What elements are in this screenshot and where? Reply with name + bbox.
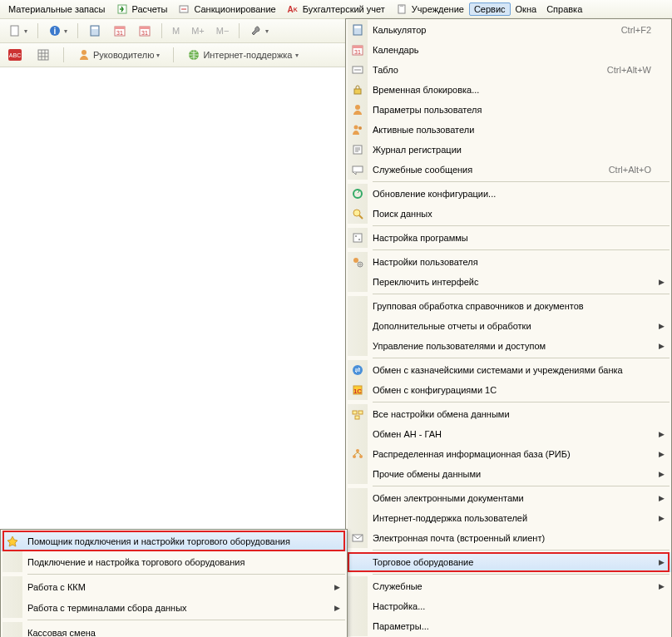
svg-text:31: 31	[354, 49, 361, 55]
service-item-label-17: Групповая обработка справочников и докум…	[373, 301, 656, 311]
trade-item-label-0: Помощник подключения и настройки торгово…	[27, 536, 332, 546]
blank-icon	[348, 296, 368, 316]
wizard-icon	[2, 531, 22, 551]
service-item-15[interactable]: Переключить интерфейс▶	[346, 272, 671, 292]
m-plus-button[interactable]: M+	[188, 24, 208, 37]
menu-windows[interactable]: Окна	[511, 2, 542, 16]
service-item-26[interactable]: Распределенная информационная база (РИБ)…	[346, 444, 671, 464]
svg-rect-29	[353, 166, 363, 172]
ruk-button[interactable]: Руководителю ▾	[74, 47, 163, 63]
tablo-icon	[348, 60, 368, 80]
service-item-label-25: Обмен АН - ГАН	[373, 429, 656, 439]
blank-icon	[348, 596, 368, 616]
service-item-33[interactable]: Торговое оборудование▶	[346, 552, 671, 572]
svg-point-30	[353, 190, 362, 198]
trade-item-1[interactable]: Подключение и настройка торгового оборуд…	[1, 551, 347, 572]
svg-text:1C: 1C	[353, 388, 362, 395]
service-item-label-10: Поиск данных	[373, 209, 656, 219]
service-item-22[interactable]: 1CОбмен с конфигурациями 1С	[346, 380, 671, 400]
info-button[interactable]: i ▾	[45, 22, 71, 39]
svg-rect-3	[400, 4, 403, 7]
menu-accounting[interactable]: AK Бухгалтерский учет	[281, 1, 390, 17]
service-item-10[interactable]: Поиск данных	[346, 204, 671, 224]
service-item-3[interactable]: Временная блокировка...	[346, 80, 671, 100]
menu-sanction[interactable]: Санкционирование	[172, 1, 280, 17]
clipboard-icon	[395, 2, 408, 16]
abc-icon: ABC	[8, 49, 22, 61]
trade-item-label-4: Работа с терминалами сбора данных	[27, 603, 332, 613]
service-item-12[interactable]: Настройка программы	[346, 228, 671, 248]
service-item-label-37: Параметры...	[373, 621, 656, 631]
service-item-label-3: Временная блокировка...	[373, 85, 656, 95]
submenu-arrow-icon: ▶	[656, 558, 665, 566]
service-item-6[interactable]: Журнал регистрации	[346, 140, 671, 160]
menu-org[interactable]: Учреждение	[390, 1, 469, 17]
inet-label: Интернет-поддержка	[203, 50, 292, 60]
abc-button[interactable]: ABC	[5, 47, 25, 62]
cal31-button[interactable]: 31	[110, 22, 130, 39]
service-item-21[interactable]: Обмен с казначейскими системами и учрежд…	[346, 360, 671, 380]
menu-materials[interactable]: Материальные запасы	[3, 2, 111, 16]
service-item-24[interactable]: Все настройки обмена данными	[346, 404, 671, 424]
blank-icon	[348, 272, 368, 292]
service-item-9[interactable]: Обновление конфигурации...	[346, 184, 671, 204]
service-item-36[interactable]: Настройка...	[346, 596, 671, 616]
service-item-1[interactable]: 31Календарь	[346, 40, 671, 60]
submenu-arrow-icon: ▶	[656, 450, 665, 458]
trade-item-3[interactable]: Работа с ККМ▶	[1, 576, 347, 597]
sanction-icon	[177, 2, 190, 16]
menubar: Материальные запасы Расчеты Санкциониров…	[0, 0, 672, 19]
cal31b-button[interactable]: 31	[135, 22, 155, 39]
grid-icon	[37, 48, 50, 62]
m-minus-button[interactable]: M−	[213, 24, 233, 37]
svg-text:31: 31	[116, 30, 123, 36]
blank-icon	[2, 622, 22, 637]
service-item-19[interactable]: Управление пользователями и доступом▶	[346, 336, 671, 356]
service-item-label-18: Дополнительные отчеты и обработки	[373, 321, 656, 331]
service-item-31[interactable]: Электронная почта (встроенный клиент)	[346, 528, 671, 548]
service-item-label-29: Обмен электронными документами	[373, 493, 656, 503]
users-icon	[348, 120, 368, 140]
service-item-4[interactable]: Параметры пользователя	[346, 100, 671, 120]
menu-help[interactable]: Справка	[541, 2, 587, 16]
service-item-27[interactable]: Прочие обмены данными▶	[346, 464, 671, 484]
service-item-25[interactable]: Обмен АН - ГАН▶	[346, 424, 671, 444]
service-item-0[interactable]: КалькуляторCtrl+F2	[346, 20, 671, 40]
service-item-30[interactable]: Интернет-поддержка пользователей▶	[346, 508, 671, 528]
submenu-arrow-icon: ▶	[656, 278, 665, 286]
service-item-17[interactable]: Групповая обработка справочников и докум…	[346, 296, 671, 316]
service-item-label-5: Активные пользователи	[373, 125, 656, 135]
service-item-label-6: Журнал регистрации	[373, 145, 656, 155]
service-item-label-7: Служебные сообщения	[373, 165, 592, 175]
service-item-29[interactable]: Обмен электронными документами▶	[346, 488, 671, 508]
trade-item-0[interactable]: Помощник подключения и настройки торгово…	[1, 531, 347, 551]
inet-button[interactable]: Интернет-поддержка ▾	[184, 47, 301, 63]
submenu-arrow-icon: ▶	[656, 494, 665, 502]
service-item-5[interactable]: Активные пользователи	[346, 120, 671, 140]
service-item-2[interactable]: ТаблоCtrl+Alt+W	[346, 60, 671, 80]
service-item-label-36: Настройка...	[373, 601, 656, 611]
wrench-button[interactable]: ▾	[246, 22, 272, 39]
mail-icon	[348, 528, 368, 548]
cfg-icon	[348, 228, 368, 248]
grid-button[interactable]	[33, 47, 53, 63]
trade-item-4[interactable]: Работа с терминалами сбора данных▶	[1, 597, 347, 618]
service-item-14[interactable]: Настройки пользователя	[346, 252, 671, 272]
service-item-37[interactable]: Параметры...	[346, 616, 671, 636]
calendar-icon: 31	[348, 40, 368, 60]
menu-calculations[interactable]: Расчеты	[111, 1, 173, 17]
submenu-arrow-icon: ▶	[656, 470, 665, 478]
service-item-35[interactable]: Служебные▶	[346, 576, 671, 596]
svg-point-25	[355, 105, 360, 110]
service-item-7[interactable]: Служебные сообщенияCtrl+Alt+O	[346, 160, 671, 180]
new-doc-button[interactable]: ▾	[5, 22, 31, 39]
menu-service[interactable]: Сервис	[469, 2, 511, 16]
service-item-18[interactable]: Дополнительные отчеты и обработки▶	[346, 316, 671, 336]
service-item-label-33: Торговое оборудование	[373, 557, 656, 567]
menu-service-label: Сервис	[474, 4, 506, 14]
blank-icon	[348, 488, 368, 508]
trade-item-6[interactable]: Кассовая смена	[1, 622, 347, 637]
m-button[interactable]: M	[169, 24, 183, 37]
rib-icon	[348, 444, 368, 464]
calc-button[interactable]	[85, 22, 105, 39]
